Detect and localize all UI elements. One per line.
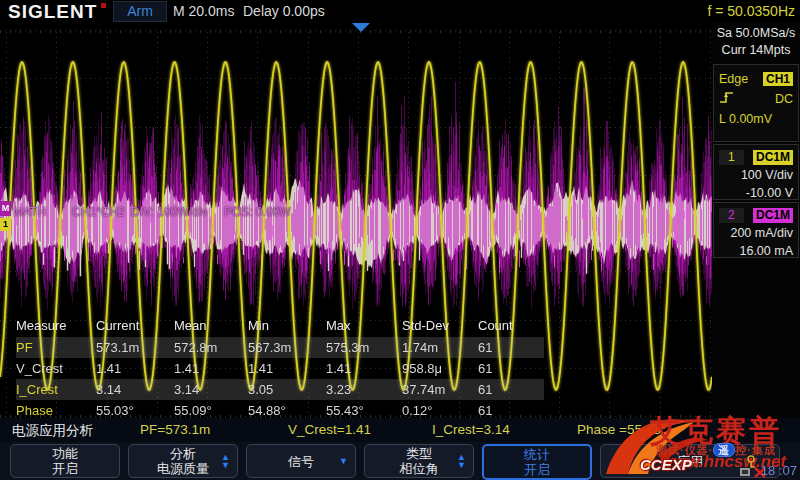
channel2-offset: 16.00 mA: [719, 242, 793, 260]
brand-trademark-icon: [101, 3, 106, 8]
brand-logo: SIGLENT: [8, 1, 97, 23]
cell: 61: [478, 379, 526, 400]
menu-button-function[interactable]: 功能 开启: [10, 444, 120, 478]
cell: 3.14: [96, 379, 174, 400]
channel2-scale: 200 mA/div: [719, 224, 793, 242]
trigger-info-box[interactable]: Edge CH1 DC L 0.00mV: [713, 64, 799, 142]
col-current: Current: [96, 314, 174, 337]
channel1-scale: 100 V/div: [719, 166, 793, 184]
analysis-status-bar: 电源应用分析 PF=573.1m V_Crest=1.41 I_Crest=3.…: [0, 418, 800, 442]
updown-arrow-icon: ▲▼: [221, 453, 230, 469]
trigger-coupling: DC: [775, 92, 793, 106]
math-position: POS: 0.00W: [224, 205, 291, 219]
row-label: I_Crest: [16, 379, 96, 400]
row-label: V_Crest: [16, 358, 96, 379]
table-row-icrest: I_Crest 3.14 3.14 3.05 3.23 37.74m 61: [16, 379, 544, 400]
softkey-menu-bar: 功能 开启 分析 电源质量 ▲▼ 信号 ▼ 类型 相位角 ▲▼ 统计 开启 应用: [0, 442, 800, 480]
down-arrow-icon: ▼: [339, 457, 348, 465]
rising-edge-icon: [719, 90, 736, 108]
button-label: 开启: [484, 462, 590, 477]
acquisition-status-badge: Arm: [113, 1, 167, 22]
cell: 61: [478, 358, 526, 379]
analysis-title: 电源应用分析: [12, 422, 93, 440]
col-mean: Mean: [174, 314, 248, 337]
cell: 1.41: [174, 358, 248, 379]
channel2-info-box[interactable]: 2 DC1M 200 mA/div 16.00 mA: [713, 202, 799, 258]
channel1-number: 1: [719, 150, 744, 165]
channel1-coupling-badge: DC1M: [753, 150, 793, 165]
col-measure: Measure: [16, 314, 96, 337]
row-label: PF: [16, 337, 96, 358]
vcrest-readout: V_Crest=1.41: [288, 422, 371, 437]
clock-readout: 18 :07: [761, 463, 797, 478]
cell: 958.8μ: [402, 358, 478, 379]
cell: 1.41: [248, 358, 326, 379]
cell: 572.8m: [174, 337, 248, 358]
trigger-source-badge: CH1: [763, 72, 793, 86]
trigger-type: Edge: [719, 72, 748, 86]
col-stddev: Std-Dev: [402, 314, 478, 337]
channel1-info-box[interactable]: 1 DC1M 100 V/div -10.00 V: [713, 144, 799, 200]
button-label: 功能: [11, 446, 119, 461]
measurement-header-row: Measure Current Mean Min Max Std-Dev Cou…: [16, 314, 544, 337]
pf-readout: PF=573.1m: [140, 422, 210, 437]
acquisition-info: Sa 50.0MSa/s Curr 14Mpts: [712, 25, 800, 59]
cell: 37.74m: [402, 379, 478, 400]
cell: 1.41: [96, 358, 174, 379]
button-label: 统计: [484, 447, 590, 462]
col-max: Max: [326, 314, 402, 337]
math-ground-marker[interactable]: M: [0, 201, 11, 216]
cell: 573.1m: [96, 337, 174, 358]
menu-button-type[interactable]: 类型 相位角 ▲▼: [364, 444, 474, 478]
icrest-readout: I_Crest=3.14: [432, 422, 510, 437]
right-side-panel: Sa 50.0MSa/s Curr 14Mpts Edge CH1 DC L 0…: [712, 22, 800, 418]
cell: 575.3m: [326, 337, 402, 358]
col-min: Min: [248, 314, 326, 337]
cell: 1.41: [326, 358, 402, 379]
table-row-vcrest: V_Crest 1.41 1.41 1.41 1.41 958.8μ 61: [16, 358, 544, 379]
table-row-pf: PF 573.1m 572.8m 567.3m 575.3m 1.74m 61: [16, 337, 544, 358]
col-count: Count: [478, 314, 526, 337]
measurement-table: Measure Current Mean Min Max Std-Dev Cou…: [16, 314, 544, 421]
cell: 3.23: [326, 379, 402, 400]
memory-depth: Curr 14Mpts: [712, 42, 800, 59]
math-scale: DIV: 100W/div: [131, 205, 207, 219]
frequency-counter-readout: f = 50.0350Hz: [707, 3, 795, 19]
menu-button-statistics[interactable]: 统计 开启: [482, 444, 592, 480]
timebase-readout: M 20.0ms: [173, 3, 234, 19]
ch1-ground-marker[interactable]: 1: [0, 218, 11, 231]
channel1-offset: -10.00 V: [719, 184, 793, 202]
cell: 567.3m: [248, 337, 326, 358]
oscilloscope-screen: SIGLENT Arm M 20.0ms Delay 0.00ps f = 50…: [0, 0, 800, 480]
cell: 3.05: [248, 379, 326, 400]
sample-rate: Sa 50.0MSa/s: [712, 25, 800, 42]
menu-button-analysis[interactable]: 分析 电源质量 ▲▼: [128, 444, 238, 478]
trigger-level: L 0.00mV: [719, 112, 772, 126]
math-expression: CH1*CH2: [72, 205, 125, 219]
updown-arrow-icon: ▲▼: [457, 453, 466, 469]
channel2-coupling-badge: DC1M: [753, 208, 793, 223]
math-label: MATH: [13, 205, 46, 219]
trigger-position-marker[interactable]: [352, 23, 370, 32]
cell: 3.14: [174, 379, 248, 400]
top-bar: SIGLENT Arm M 20.0ms Delay 0.00ps f = 50…: [0, 0, 800, 22]
channel2-number: 2: [719, 208, 744, 223]
phase-readout: Phase =55.03°: [577, 422, 666, 437]
button-label: 开启: [11, 461, 119, 476]
delay-readout: Delay 0.00ps: [243, 3, 325, 19]
cell: 1.74m: [402, 337, 478, 358]
menu-button-signal[interactable]: 信号 ▼: [246, 444, 356, 478]
cell: 61: [478, 337, 526, 358]
